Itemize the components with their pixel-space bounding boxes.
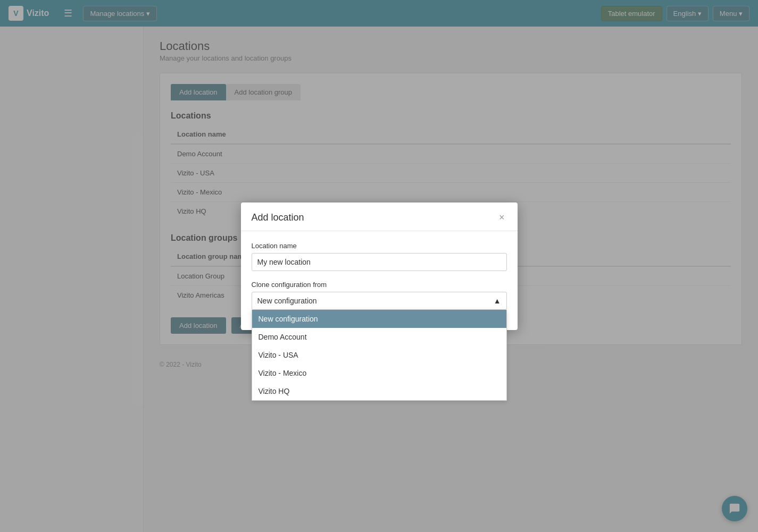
modal-body: Location name Clone configuration from N… — [241, 231, 518, 330]
location-name-input[interactable] — [252, 253, 507, 271]
modal-header: Add location × — [241, 202, 518, 231]
clone-config-group: Clone configuration from New configurati… — [252, 281, 507, 310]
clone-select-wrapper: New configuration ▲ New configuration De… — [252, 292, 507, 310]
chevron-up-icon: ▲ — [494, 297, 501, 305]
location-name-label: Location name — [252, 242, 507, 250]
clone-dropdown: New configuration Demo Account Vizito - … — [252, 310, 507, 401]
modal-title: Add location — [252, 212, 304, 223]
modal-close-button[interactable]: × — [497, 213, 507, 222]
modal-overlay[interactable]: Add location × Location name Clone confi… — [0, 0, 758, 532]
dropdown-option-vizito-mexico[interactable]: Vizito - Mexico — [252, 364, 506, 382]
clone-config-label: Clone configuration from — [252, 281, 507, 289]
dropdown-option-vizito-hq[interactable]: Vizito HQ — [252, 382, 506, 400]
dropdown-option-new-config[interactable]: New configuration — [252, 310, 506, 328]
clone-select-display[interactable]: New configuration ▲ — [252, 292, 507, 310]
dropdown-option-vizito-usa[interactable]: Vizito - USA — [252, 346, 506, 364]
add-location-modal: Add location × Location name Clone confi… — [241, 202, 518, 330]
dropdown-option-demo-account[interactable]: Demo Account — [252, 328, 506, 346]
location-name-group: Location name — [252, 242, 507, 271]
